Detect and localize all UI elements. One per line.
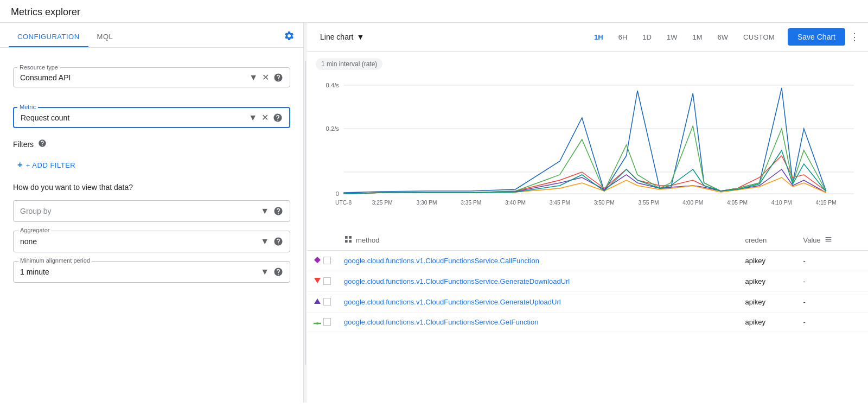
svg-text:3:30 PM: 3:30 PM [416, 200, 437, 206]
add-filter-plus-icon: + [17, 160, 23, 170]
legend-value-cell: - [796, 291, 868, 312]
left-panel: CONFIGURATION MQL Resource type Consumed… [0, 23, 304, 403]
svg-text:3:25 PM: 3:25 PM [372, 200, 393, 206]
chart-toolbar: Line chart ▼ 1H 6H 1D 1W 1M 6W CUSTOM Sa… [307, 23, 868, 52]
metric-value: Request count [21, 113, 248, 122]
legend-table-container: method creden Value [307, 231, 868, 403]
legend-method-cell[interactable]: google.cloud.functions.v1.CloudFunctions… [337, 271, 738, 291]
resource-help-icon[interactable] [273, 73, 283, 82]
aggregator-value: none [20, 237, 260, 246]
legend-method-cell[interactable]: google.cloud.functions.v1.CloudFunctions… [337, 312, 738, 332]
svg-text:0.4/s: 0.4/s [326, 82, 340, 88]
metric-clear-icon[interactable]: ✕ [261, 112, 269, 123]
legend-icon-cell [307, 271, 337, 291]
columns-settings-icon[interactable] [824, 235, 833, 246]
tab-configuration[interactable]: CONFIGURATION [9, 27, 88, 47]
time-btn-6w[interactable]: 6W [711, 30, 735, 44]
svg-marker-21 [314, 298, 321, 304]
svg-marker-19 [314, 257, 321, 263]
filters-help-icon [38, 139, 47, 149]
add-filter-label: + ADD FILTER [26, 161, 75, 169]
legend-icon-cell [307, 312, 337, 332]
legend-checkbox[interactable] [323, 298, 331, 306]
alignment-select[interactable]: 1 minute ▼ [13, 261, 290, 283]
legend-credentials-cell: apikey [738, 291, 796, 312]
legend-value-cell: - [796, 312, 868, 332]
svg-text:3:55 PM: 3:55 PM [638, 200, 659, 206]
aggregator-label: Aggregator [18, 227, 51, 233]
time-btn-1m[interactable]: 1M [686, 30, 709, 44]
filters-section: Filters + + ADD FILTER [13, 139, 290, 172]
alignment-field: Minimum alignment period 1 minute ▼ [13, 261, 290, 283]
legend-credentials-cell: apikey [738, 271, 796, 291]
groupby-select[interactable]: Group by ▼ [13, 200, 290, 222]
legend-color-shape [314, 277, 321, 286]
tab-mql[interactable]: MQL [88, 27, 122, 47]
table-row: google.cloud.functions.v1.CloudFunctions… [307, 271, 868, 291]
metric-help-icon[interactable] [273, 113, 283, 123]
svg-text:3:50 PM: 3:50 PM [594, 200, 615, 206]
save-chart-button[interactable]: Save Chart [788, 28, 845, 46]
svg-text:4:10 PM: 4:10 PM [771, 200, 792, 206]
table-row: google.cloud.functions.v1.CloudFunctions… [307, 250, 868, 271]
top-bar: Metrics explorer [0, 0, 868, 23]
resource-type-field: Resource type Consumed API ▼ ✕ [13, 59, 290, 87]
alignment-dropdown-icon[interactable]: ▼ [260, 267, 269, 277]
right-panel: Line chart ▼ 1H 6H 1D 1W 1M 6W CUSTOM Sa… [307, 23, 868, 403]
alignment-help-icon[interactable] [273, 267, 283, 277]
tab-bar: CONFIGURATION MQL [0, 23, 303, 48]
time-buttons: 1H 6H 1D 1W 1M 6W CUSTOM Save Chart ⋮ [588, 28, 859, 46]
svg-text:4:00 PM: 4:00 PM [682, 200, 703, 206]
legend-value-cell: - [796, 271, 868, 291]
col-value-label: Value [796, 231, 868, 251]
time-btn-1d[interactable]: 1D [636, 30, 658, 44]
table-row: google.cloud.functions.v1.CloudFunctions… [307, 291, 868, 312]
legend-color-shape [314, 256, 321, 265]
time-btn-1w[interactable]: 1W [660, 30, 684, 44]
time-btn-1h[interactable]: 1H [588, 30, 610, 44]
svg-text:3:45 PM: 3:45 PM [550, 200, 570, 206]
legend-method-cell[interactable]: google.cloud.functions.v1.CloudFunctions… [337, 291, 738, 312]
svg-text:0: 0 [336, 190, 339, 197]
aggregator-select[interactable]: none ▼ [13, 231, 290, 252]
add-filter-button[interactable]: + + ADD FILTER [13, 158, 290, 172]
legend-color-shape [314, 318, 321, 326]
legend-credentials-cell: apikey [738, 312, 796, 332]
aggregator-dropdown-icon[interactable]: ▼ [260, 237, 269, 246]
legend-checkbox[interactable] [323, 318, 331, 326]
more-options-icon[interactable]: ⋮ [850, 31, 859, 43]
alignment-label: Minimum alignment period [18, 257, 92, 264]
resource-clear-icon[interactable]: ✕ [262, 72, 269, 82]
view-question: How do you want to view that data? [13, 183, 290, 192]
gear-icon[interactable] [284, 30, 295, 44]
chart-type-label: Line chart [320, 33, 353, 41]
svg-point-23 [316, 322, 318, 325]
metric-dropdown-icon[interactable]: ▼ [248, 113, 257, 123]
groupby-help-icon[interactable] [273, 206, 283, 216]
legend-checkbox[interactable] [323, 277, 331, 285]
groupby-dropdown-icon[interactable]: ▼ [260, 206, 269, 216]
resource-dropdown-icon[interactable]: ▼ [249, 73, 258, 82]
aggregator-field: Aggregator none ▼ [13, 231, 290, 252]
legend-checkbox[interactable] [323, 257, 331, 264]
legend-method-cell[interactable]: google.cloud.functions.v1.CloudFunctions… [337, 250, 738, 271]
legend-icon-cell [307, 291, 337, 312]
time-btn-6h[interactable]: 6H [612, 30, 634, 44]
svg-text:3:40 PM: 3:40 PM [505, 200, 526, 206]
chart-area: 1 min interval (rate) 0.4/s 0.2/s 0 UTC-… [307, 52, 868, 231]
filters-label: Filters [13, 140, 34, 149]
aggregator-help-icon[interactable] [273, 237, 283, 246]
custom-button[interactable]: CUSTOM [737, 30, 781, 44]
svg-text:4:05 PM: 4:05 PM [727, 200, 748, 206]
resource-type-value: Consumed API [20, 73, 249, 82]
metric-select[interactable]: Request count ▼ ✕ [13, 107, 290, 128]
chart-type-dropdown-icon: ▼ [356, 33, 364, 41]
legend-value-cell: - [796, 250, 868, 271]
metric-label: Metric [17, 104, 38, 110]
svg-text:0.2/s: 0.2/s [326, 125, 340, 132]
svg-text:UTC-8: UTC-8 [335, 200, 352, 206]
chart-type-button[interactable]: Line chart ▼ [316, 30, 368, 43]
resource-type-label: Resource type [17, 64, 60, 71]
col-credentials-label: creden [738, 231, 796, 251]
svg-text:4:15 PM: 4:15 PM [816, 200, 837, 206]
